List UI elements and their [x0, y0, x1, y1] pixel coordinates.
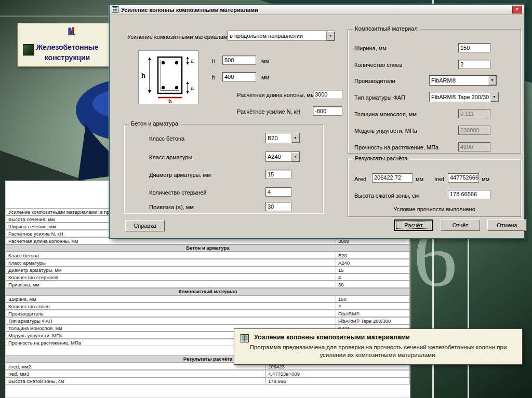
- row-value: 15: [336, 267, 409, 273]
- row-label: Класс бетона: [6, 252, 336, 258]
- force-label: Расчётное усилие N, кН: [237, 108, 300, 115]
- ired-label: Ired: [434, 176, 444, 182]
- diameter-input[interactable]: [265, 170, 291, 179]
- row-label: Диаметр арматуры, мм: [6, 267, 336, 273]
- report-button[interactable]: Отчёт: [441, 219, 480, 231]
- chevron-down-icon[interactable]: ▼: [490, 92, 498, 102]
- ired-unit: мм: [482, 176, 489, 182]
- close-icon[interactable]: ✕: [512, 6, 522, 13]
- row-label: Количество слоев: [6, 303, 336, 309]
- group-results-title: Результаты расчёта: [353, 155, 409, 161]
- calculate-button[interactable]: Расчёт: [394, 219, 433, 231]
- row-value: A240: [336, 259, 409, 266]
- row-label: Количество стержней: [6, 274, 336, 280]
- ared-label: Ared: [354, 176, 366, 182]
- books-icon: [67, 26, 77, 36]
- strength-condition-status: Условие прочности выполнено: [348, 206, 521, 212]
- comp-width-label: Ширина, мм: [354, 45, 387, 51]
- diagram-a-bottom-label: a: [191, 85, 194, 91]
- mono-input: [458, 109, 490, 118]
- concrete-class-value: B20: [266, 135, 291, 141]
- app-icon: [241, 334, 249, 342]
- row-label: Класс арматуры: [6, 259, 336, 266]
- producer-value: FibARM®: [430, 77, 488, 84]
- table-row: Тип арматуры ФАПFibARM® Tape 200/300: [6, 317, 410, 324]
- diagram-a-top-label: a: [191, 58, 194, 64]
- diameter-label: Диаметр арматуры, мм: [149, 172, 211, 178]
- strength-input: [458, 142, 490, 152]
- rebar-class-select[interactable]: A240 ▼: [265, 152, 300, 162]
- table-row: Класс арматурыA240: [6, 259, 410, 266]
- chevron-down-icon[interactable]: ▼: [326, 31, 335, 40]
- row-label: Привязка, мм: [6, 281, 336, 287]
- h-field-label: h: [212, 58, 215, 64]
- b-unit: мм: [261, 74, 269, 80]
- rebar-dot: [162, 86, 165, 89]
- width-input[interactable]: [222, 72, 256, 81]
- slide-badge: Железобетонные конструкции: [17, 23, 117, 67]
- height-input[interactable]: [222, 56, 256, 65]
- group-results: Результаты расчёта Ared 206422.72 мм Ire…: [348, 159, 521, 217]
- dialog-title: Усиление колонны композитными материалам…: [121, 7, 510, 13]
- table-row: Количество слоев2: [6, 303, 410, 310]
- fap-type-select[interactable]: FibARM® Tape 200/30 ▼: [429, 92, 499, 102]
- rebar-class-value: A240: [266, 154, 291, 160]
- concrete-class-label: Класс бетона: [149, 135, 184, 142]
- table-section-header: Композитный материал: [6, 288, 410, 295]
- help-popup-text: Программа предназначена для проверки на …: [234, 344, 522, 359]
- table-row: Ired, мм34.47753e+009: [6, 370, 410, 377]
- help-button[interactable]: Справка: [125, 220, 165, 231]
- row-label: Ared, мм2: [6, 363, 266, 369]
- ared-value: 206422.72: [372, 173, 413, 183]
- chevron-down-icon[interactable]: ▼: [291, 133, 299, 143]
- direction-value: в продольном направлении: [228, 33, 326, 39]
- table-row: Количество стержней4: [6, 273, 410, 281]
- zone-label: Высота сжатой зоны, см: [354, 193, 419, 199]
- fap-type-label: Тип арматуры ФАП: [354, 94, 405, 101]
- dialog-window: Усиление колонны композитными материалам…: [109, 4, 525, 239]
- table-row: ПроизводительFibARM®: [6, 310, 410, 317]
- cancel-button[interactable]: Отмена: [487, 219, 527, 231]
- layers-label: Количество слоев: [354, 62, 402, 68]
- badge-title-line2: конструкции: [18, 53, 117, 62]
- row-label: Ired, мм3: [6, 370, 266, 377]
- length-label: Расчётная длина колоны, мм: [237, 92, 314, 98]
- layers-input[interactable]: [458, 60, 490, 69]
- bar-count-input[interactable]: [265, 187, 291, 197]
- h-unit: мм: [261, 58, 269, 64]
- group-concrete-title: Бетон и арматура: [129, 120, 180, 127]
- force-input[interactable]: [313, 106, 342, 116]
- chevron-down-icon[interactable]: ▼: [291, 152, 299, 161]
- producer-select[interactable]: FibARM® ▼: [429, 75, 497, 86]
- anchor-input[interactable]: [265, 202, 291, 211]
- decor-hline: [0, 16, 119, 17]
- diagram-b-label: b: [168, 98, 172, 104]
- mono-label: Толщина монослоя, мм: [354, 111, 417, 117]
- group-concrete: Бетон и арматура Класс бетона B20 ▼ Клас…: [124, 124, 323, 213]
- bar-count-label: Количество стержней: [149, 189, 206, 196]
- chevron-down-icon[interactable]: ▼: [488, 76, 496, 85]
- fap-type-value: FibARM® Tape 200/30: [430, 94, 490, 100]
- help-popup-title: Усиление колонны композитными материалам…: [254, 334, 410, 341]
- rebar-dot: [162, 61, 165, 64]
- strength-label: Прочность на растяжение, МПа: [354, 144, 438, 150]
- length-input[interactable]: [313, 90, 342, 99]
- concrete-class-select[interactable]: B20 ▼: [265, 133, 300, 143]
- direction-select[interactable]: в продольном направлении ▼: [228, 31, 335, 41]
- row-value: FibARM® Tape 200/300: [336, 318, 409, 324]
- ared-unit: мм: [416, 176, 423, 182]
- table-row: Привязка, мм30: [6, 281, 410, 288]
- table-row: Диаметр арматуры, мм15: [6, 266, 410, 273]
- row-label: Производитель: [6, 310, 336, 317]
- comp-width-input[interactable]: [458, 43, 490, 52]
- b-field-label: b: [212, 74, 215, 80]
- producer-label: Производители: [354, 78, 395, 84]
- row-value: 30: [336, 281, 409, 287]
- row-label: Тип арматуры ФАП: [6, 318, 336, 324]
- anchor-label: Привязка (а), мм: [149, 204, 194, 210]
- table-row: Высота сжатой зоны, см178.666: [6, 377, 410, 385]
- ired-value: 447752666: [448, 173, 479, 183]
- dialog-titlebar[interactable]: Усиление колонны композитными материалам…: [110, 5, 524, 15]
- row-label: Высота сжатой зоны, см: [6, 378, 266, 384]
- modulus-input: [458, 126, 490, 135]
